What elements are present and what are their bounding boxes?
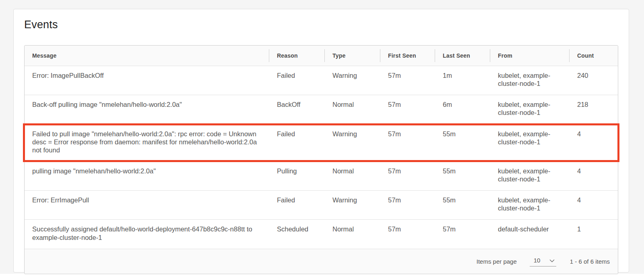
cell-count: 4	[570, 162, 618, 190]
cell-first-seen: 57m	[380, 162, 435, 190]
cell-message: Error: ErrImagePull	[25, 191, 269, 219]
table-row: Error: ImagePullBackOff Failed Warning 5…	[25, 66, 618, 95]
cell-last-seen: 55m	[435, 191, 490, 219]
cell-last-seen: 55m	[435, 125, 490, 161]
pagination-range: 1 - 6 of 6 items	[570, 258, 610, 265]
cell-count: 4	[570, 125, 618, 161]
cell-last-seen: 6m	[435, 95, 490, 124]
cell-message: Failed to pull image "nmelehan/hello-wor…	[25, 125, 269, 161]
column-header-message: Message	[25, 52, 269, 59]
bottom-strip	[0, 274, 644, 279]
cell-first-seen: 57m	[380, 95, 435, 124]
cell-reason: BackOff	[269, 95, 325, 124]
column-header-label: From	[498, 52, 512, 59]
cell-first-seen: 57m	[380, 125, 435, 161]
column-header-from: From	[490, 52, 570, 59]
cell-from: kubelet, example-cluster-node-1	[490, 162, 570, 190]
column-resize-handle[interactable]	[569, 49, 570, 62]
column-resize-handle[interactable]	[435, 49, 435, 62]
cell-message: Back-off pulling image "nmelehan/hello-w…	[25, 95, 269, 124]
column-header-count: Count	[570, 52, 618, 59]
cell-type: Warning	[325, 66, 380, 95]
table-row: pulling image "nmelehan/hello-world:2.0a…	[25, 161, 618, 190]
table-row-highlighted: Failed to pull image "nmelehan/hello-wor…	[25, 124, 618, 161]
cell-message: Successfully assigned default/hello-worl…	[25, 220, 269, 248]
column-header-label: Count	[577, 52, 594, 59]
cell-message: Error: ImagePullBackOff	[25, 66, 269, 95]
column-header-type: Type	[325, 52, 380, 59]
datagrid-header-row: Message Reason Type First Seen Last Seen…	[25, 46, 618, 66]
column-resize-handle[interactable]	[269, 49, 269, 62]
cell-type: Normal	[325, 220, 380, 248]
cell-from: kubelet, example-cluster-node-1	[490, 191, 570, 219]
column-header-label: Type	[332, 52, 345, 59]
column-resize-handle[interactable]	[490, 49, 490, 62]
cell-from: kubelet, example-cluster-node-1	[490, 95, 570, 124]
cell-count: 240	[570, 66, 618, 95]
datagrid-footer: Items per page 10 1 - 6 of 6 items	[25, 249, 618, 274]
cell-reason: Pulling	[269, 162, 325, 190]
cell-last-seen: 1m	[435, 66, 490, 95]
column-resize-handle[interactable]	[380, 49, 380, 62]
column-header-label: First Seen	[388, 52, 416, 59]
column-header-last-seen: Last Seen	[435, 52, 490, 59]
table-row: Back-off pulling image "nmelehan/hello-w…	[25, 95, 618, 124]
column-header-label: Last Seen	[443, 52, 470, 59]
column-header-label: Reason	[277, 52, 298, 59]
events-card: Events Message Reason Type First Seen La…	[13, 9, 629, 273]
cell-reason: Scheduled	[269, 220, 325, 248]
column-header-reason: Reason	[269, 52, 325, 59]
cell-type: Warning	[325, 191, 380, 219]
events-datagrid: Message Reason Type First Seen Last Seen…	[24, 45, 618, 274]
column-resize-handle[interactable]	[324, 49, 325, 62]
cell-reason: Failed	[269, 191, 325, 219]
table-row: Successfully assigned default/hello-worl…	[25, 219, 618, 248]
items-per-page-label: Items per page	[477, 258, 517, 265]
cell-reason: Failed	[269, 125, 325, 161]
cell-from: kubelet, example-cluster-node-1	[490, 125, 570, 161]
cell-type: Normal	[325, 162, 380, 190]
cell-type: Warning	[325, 125, 380, 161]
cell-count: 218	[570, 95, 618, 124]
cell-reason: Failed	[269, 66, 325, 95]
cell-count: 4	[570, 191, 618, 219]
cell-message: pulling image "nmelehan/hello-world:2.0a…	[25, 162, 269, 190]
cell-type: Normal	[325, 95, 380, 124]
page-size-select[interactable]: 10	[530, 256, 556, 267]
cell-first-seen: 57m	[380, 191, 435, 219]
cell-from: kubelet, example-cluster-node-1	[490, 66, 570, 95]
cell-from: default-scheduler	[490, 220, 570, 248]
page-title: Events	[24, 19, 618, 31]
cell-last-seen: 55m	[435, 162, 490, 190]
table-row: Error: ErrImagePull Failed Warning 57m 5…	[25, 190, 618, 219]
cell-first-seen: 57m	[380, 66, 435, 95]
cell-first-seen: 57m	[380, 220, 435, 248]
cell-count: 1	[570, 220, 618, 248]
chevron-down-icon	[549, 259, 555, 263]
page-size-value: 10	[534, 257, 541, 264]
cell-last-seen: 57m	[435, 220, 490, 248]
column-header-first-seen: First Seen	[380, 52, 435, 59]
